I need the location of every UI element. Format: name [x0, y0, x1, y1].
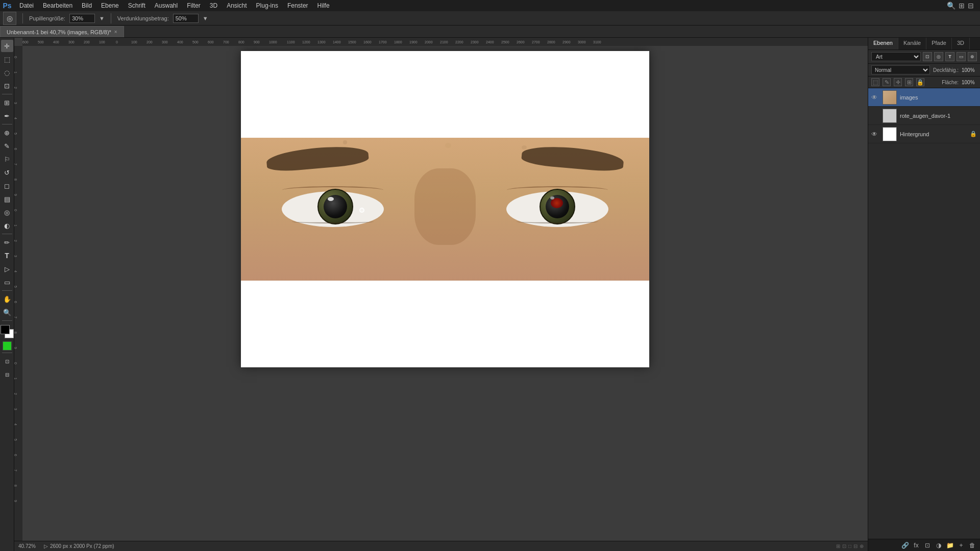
- svg-text:5: 5: [14, 439, 17, 441]
- layer-delete-button[interactable]: 🗑: [968, 541, 977, 550]
- menu-datei[interactable]: Datei: [15, 1, 38, 10]
- status-icon-3[interactable]: □: [848, 543, 851, 549]
- filter-text-icon[interactable]: T: [945, 52, 954, 61]
- text-tool-button[interactable]: T: [1, 249, 13, 262]
- pupil-size-input[interactable]: [69, 14, 95, 23]
- filter-smart-icon[interactable]: ⊕: [968, 52, 977, 61]
- svg-text:4: 4: [14, 423, 17, 425]
- layer-link-button[interactable]: 🔗: [900, 541, 910, 550]
- move-tool-button[interactable]: ✛: [1, 40, 13, 52]
- current-tool-icon[interactable]: ◎: [3, 12, 16, 25]
- eraser-tool-button[interactable]: ◻: [1, 180, 13, 192]
- eyedropper-tool-button[interactable]: ✒: [1, 110, 13, 122]
- layer-group-button[interactable]: 📁: [945, 541, 954, 550]
- status-icon-2[interactable]: ⊡: [842, 543, 846, 549]
- selection-tool-button[interactable]: ⬚: [1, 53, 13, 65]
- tab-3d[interactable]: 3D: [952, 38, 970, 49]
- svg-text:1100: 1100: [287, 40, 295, 44]
- heal-tool-button[interactable]: ⊕: [1, 127, 13, 139]
- menu-bild[interactable]: Bild: [78, 1, 96, 10]
- screen-mode-button[interactable]: ⊟: [1, 368, 13, 381]
- shape-tool-button[interactable]: ▭: [1, 276, 13, 288]
- opacity-value[interactable]: 100%: [962, 67, 977, 73]
- layer-type-filter[interactable]: Art: [871, 52, 921, 61]
- fill-value[interactable]: 100%: [962, 80, 977, 85]
- extra-color-box[interactable]: [3, 341, 12, 350]
- layer-mask-button[interactable]: ⊡: [923, 541, 932, 550]
- menu-fenster[interactable]: Fenster: [283, 1, 312, 10]
- tab-ebenen[interactable]: Ebenen: [868, 38, 898, 49]
- status-icon-1[interactable]: ⊞: [836, 543, 840, 549]
- tab-kanaele[interactable]: Kanäle: [898, 38, 926, 49]
- menu-filter[interactable]: Filter: [183, 1, 205, 10]
- toolbar-separator-1: [2, 94, 12, 94]
- ruler-v-svg: 0 1 2 3 4 5 6 7 8 9 0 1 2 3 4 5 6: [14, 46, 22, 505]
- history-brush-button[interactable]: ↺: [1, 166, 13, 179]
- menu-auswahl[interactable]: Auswahl: [151, 1, 182, 10]
- arrange-icon[interactable]: ⊞: [959, 2, 965, 10]
- layer-visibility-images[interactable]: 👁: [871, 94, 879, 101]
- blend-mode-select[interactable]: Normal: [871, 65, 930, 74]
- svg-text:6: 6: [14, 454, 17, 456]
- tab-pfade[interactable]: Pfade: [926, 38, 952, 49]
- quick-select-button[interactable]: ⊡: [1, 80, 13, 92]
- ruler-h-svg: 600 500 400 300 200 100 0 100 200 300 40…: [22, 38, 868, 46]
- menu-hilfe[interactable]: Hilfe: [313, 1, 334, 10]
- canvas-viewport[interactable]: [22, 46, 868, 541]
- menu-plugins[interactable]: Plug-ins: [252, 1, 282, 10]
- layer-new-button[interactable]: +: [957, 541, 966, 550]
- menu-schrift[interactable]: Schrift: [124, 1, 150, 10]
- gradient-tool-button[interactable]: ▤: [1, 193, 13, 205]
- layer-item-rote-augen[interactable]: rote_augen_davor-1: [868, 107, 980, 125]
- layer-item-hintergrund[interactable]: 👁 Hintergrund 🔒: [868, 125, 980, 143]
- path-selection-button[interactable]: ▷: [1, 263, 13, 275]
- pupil-size-slider-icon[interactable]: ▼: [99, 15, 105, 21]
- main-area: ✛ ⬚ ◌ ⊡ ⊞ ✒ ⊕ ✎ ⚐ ↺ ◻ ▤ ◎ ◐ ✏ T ▷ ▭ ✋ 🔍 …: [0, 38, 980, 551]
- menu-ebene[interactable]: Ebene: [97, 1, 123, 10]
- blur-tool-button[interactable]: ◎: [1, 206, 13, 218]
- clone-tool-button[interactable]: ⚐: [1, 153, 13, 165]
- menu-bearbeiten[interactable]: Bearbeiten: [39, 1, 77, 10]
- hand-tool-button[interactable]: ✋: [1, 293, 13, 305]
- document-canvas: [241, 51, 649, 367]
- lock-artboard-icon[interactable]: ⊞: [905, 78, 913, 86]
- layer-style-button[interactable]: fx: [912, 541, 921, 550]
- canvas-dimensions: 2600 px x 2000 Px (72 ppm): [50, 543, 114, 549]
- lasso-tool-button[interactable]: ◌: [1, 66, 13, 79]
- svg-text:2900: 2900: [562, 40, 571, 44]
- foreground-color[interactable]: [1, 325, 10, 334]
- quick-mask-button[interactable]: ⊡: [1, 355, 13, 367]
- lock-pixels-icon[interactable]: ✎: [883, 78, 891, 86]
- filter-adjust-icon[interactable]: ◎: [934, 52, 943, 61]
- svg-text:2600: 2600: [517, 40, 525, 44]
- crop-tool-button[interactable]: ⊞: [1, 96, 13, 109]
- workspace-icon[interactable]: ⊟: [968, 2, 974, 10]
- layer-adjustment-button[interactable]: ◑: [934, 541, 943, 550]
- lock-all-icon[interactable]: 🔒: [916, 78, 924, 86]
- status-icon-5[interactable]: ⊕: [860, 543, 864, 549]
- svg-text:200: 200: [146, 40, 153, 44]
- search-icon[interactable]: 🔍: [947, 2, 955, 10]
- menu-ansicht[interactable]: Ansicht: [223, 1, 251, 10]
- dodge-tool-button[interactable]: ◐: [1, 219, 13, 232]
- svg-text:2: 2: [14, 393, 17, 395]
- svg-text:3: 3: [14, 102, 17, 104]
- brush-tool-button[interactable]: ✎: [1, 140, 13, 152]
- blur-slider-icon[interactable]: ▼: [203, 15, 208, 21]
- zoom-tool-button[interactable]: 🔍: [1, 306, 13, 318]
- status-icon-4[interactable]: ⊟: [853, 543, 857, 549]
- lock-position-icon[interactable]: ✛: [894, 78, 902, 86]
- lock-transparent-icon[interactable]: ⬚: [871, 78, 879, 86]
- menu-3d[interactable]: 3D: [206, 1, 222, 10]
- document-tab[interactable]: Unbenannt-1 bei 40,7% (images, RGB/8)* ×: [0, 26, 124, 37]
- pen-tool-button[interactable]: ✏: [1, 236, 13, 248]
- blur-input[interactable]: [173, 14, 199, 23]
- layer-item-images[interactable]: 👁 images: [868, 88, 980, 107]
- tab-close-button[interactable]: ×: [114, 29, 117, 35]
- svg-text:400: 400: [177, 40, 183, 44]
- filter-pixel-icon[interactable]: ⊡: [923, 52, 932, 61]
- filter-shape-icon[interactable]: ▭: [957, 52, 966, 61]
- svg-text:7: 7: [14, 163, 17, 165]
- color-swatch-area[interactable]: [1, 325, 14, 338]
- layer-visibility-hintergrund[interactable]: 👁: [871, 131, 879, 138]
